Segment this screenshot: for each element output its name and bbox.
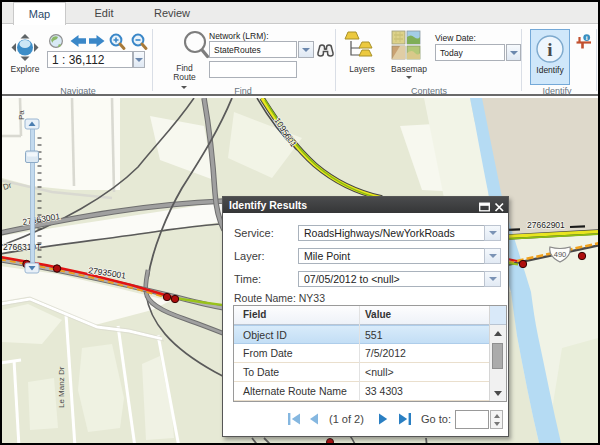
svg-text:(1 of 2): (1 of 2) <box>329 413 364 425</box>
svg-text:Pa: Pa <box>17 110 26 120</box>
svg-text:i: i <box>547 39 552 60</box>
svg-text:Le Manz Dr: Le Manz Dr <box>57 366 66 408</box>
svg-text:2766310T: 2766310T <box>3 242 41 252</box>
svg-text:490: 490 <box>554 250 567 259</box>
svg-text:i: i <box>586 34 588 41</box>
svg-text:27662901: 27662901 <box>527 220 565 230</box>
svg-text:Go to:: Go to: <box>421 413 451 425</box>
